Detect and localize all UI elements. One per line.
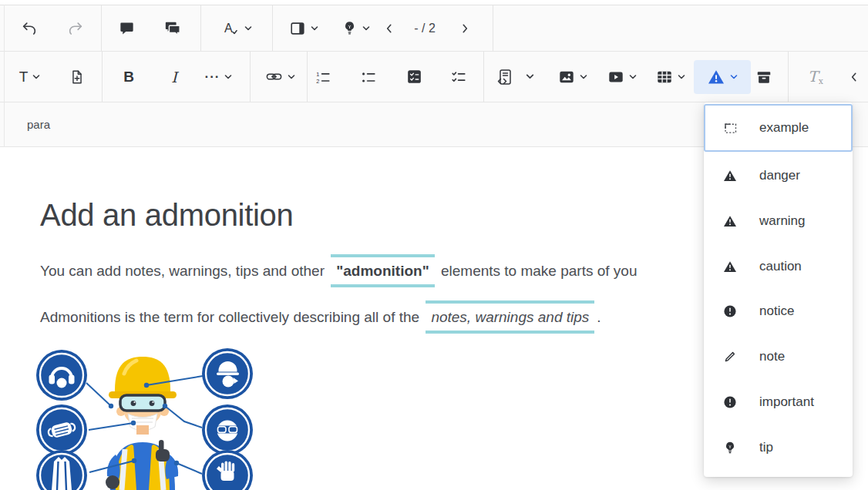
menu-item-danger[interactable]: danger: [704, 153, 853, 198]
toolbar-divider: [307, 52, 308, 102]
ordered-list-button[interactable]: 12: [310, 60, 336, 94]
face-mask-badge: [36, 404, 87, 455]
menu-item-example[interactable]: example: [704, 104, 853, 152]
document-image-safety-worker[interactable]: [31, 347, 254, 490]
page-next-button[interactable]: [453, 12, 476, 45]
redo-button[interactable]: [62, 12, 89, 45]
menu-item-notice[interactable]: notice: [704, 289, 853, 334]
bold-icon: B: [123, 69, 134, 86]
italic-button[interactable]: I: [161, 60, 187, 94]
inline-element-highlight[interactable]: "admonition": [331, 254, 434, 287]
component-button[interactable]: [751, 60, 777, 94]
hard-hat-badge: [202, 348, 253, 399]
menu-item-warning[interactable]: warning: [704, 199, 853, 243]
chevron-down-icon: [32, 72, 41, 82]
toolbar-divider: [493, 5, 493, 51]
chevron-down-icon: [362, 24, 371, 33]
menu-item-label: important: [759, 394, 814, 410]
toolbar-divider: [250, 52, 251, 102]
menu-item-label: caution: [759, 259, 802, 274]
insert-element-button[interactable]: [64, 60, 90, 94]
menu-item-label: note: [759, 349, 785, 364]
safety-goggles-badge: [202, 404, 253, 455]
side-panel-button[interactable]: [283, 12, 325, 45]
collapse-toolbar-icon: [849, 72, 860, 82]
paragraph-2[interactable]: Admonitions is the term for collectively…: [40, 300, 601, 334]
chevron-down-icon: [525, 72, 535, 82]
menu-item-label: danger: [759, 168, 800, 183]
admonition-button[interactable]: [694, 60, 751, 94]
text-style-button[interactable]: T: [9, 60, 51, 94]
bullet-list-icon: [360, 69, 377, 86]
menu-item-label: tip: [759, 440, 773, 455]
text-style-icon: T: [19, 69, 29, 86]
table-icon: [656, 69, 673, 86]
comment-icon: [119, 20, 135, 36]
chevron-left-icon: [384, 23, 395, 34]
top-toolbar: A - / 2: [0, 5, 868, 52]
bold-button[interactable]: B: [116, 60, 142, 94]
component-box-icon: [755, 69, 772, 86]
review-changes-button[interactable]: A: [213, 12, 261, 45]
exclamation-circle-icon: [723, 304, 737, 318]
paragraph-2-text-after: .: [597, 309, 601, 325]
example-frame-icon: [723, 121, 737, 135]
ordered-list-icon: 12: [315, 69, 331, 86]
toolbar-divider: [101, 5, 102, 51]
menu-item-label: example: [759, 120, 809, 136]
insert-image-button[interactable]: [552, 60, 594, 94]
image-icon: [558, 69, 575, 86]
more-formatting-button[interactable]: ···: [197, 60, 241, 94]
admonition-triangle-icon: [707, 68, 725, 86]
exclamation-circle-icon: [723, 395, 737, 409]
breadcrumb[interactable]: para: [27, 118, 50, 131]
menu-item-note[interactable]: note: [704, 334, 853, 379]
insert-table-button[interactable]: [651, 60, 691, 94]
task-list-icon: [450, 69, 467, 86]
lightbulb-icon: [723, 441, 737, 455]
menu-item-tip[interactable]: tip: [704, 425, 853, 470]
menu-item-label: notice: [759, 304, 794, 319]
paragraph-1-text-after: elements to make parts of you: [437, 263, 638, 279]
bullet-list-button[interactable]: [355, 60, 382, 94]
undo-icon: [21, 20, 38, 37]
code-block-icon: [496, 68, 514, 86]
ear-protection-badge: [36, 350, 87, 401]
menu-item-caution[interactable]: caution: [704, 244, 853, 289]
insert-video-button[interactable]: [601, 60, 643, 94]
clear-formatting-button[interactable]: Tx: [800, 60, 831, 94]
task-list-button[interactable]: [446, 60, 472, 94]
undo-button[interactable]: [16, 12, 42, 45]
collapse-toolbar-button[interactable]: [843, 60, 866, 94]
chevron-right-icon: [459, 23, 470, 34]
format-toolbar: T B I ···: [0, 52, 868, 102]
video-icon: [607, 69, 624, 86]
page-title[interactable]: Add an admonition: [40, 198, 293, 233]
checklist-icon: [406, 69, 422, 85]
inline-element-highlight[interactable]: notes, warnings and tips: [426, 300, 594, 334]
svg-text:1: 1: [316, 70, 319, 77]
redo-icon: [67, 20, 84, 37]
toolbar-divider: [272, 5, 273, 51]
page-prev-button[interactable]: [378, 12, 401, 45]
svg-text:A: A: [224, 22, 233, 35]
checklist-button[interactable]: [401, 60, 427, 94]
clear-formatting-icon: Tx: [808, 68, 823, 86]
menu-item-important[interactable]: important: [704, 380, 853, 425]
side-panel-icon: [289, 20, 306, 37]
toolbar-divider: [200, 5, 201, 51]
worker-figure: [106, 357, 178, 490]
comment-button[interactable]: [113, 12, 140, 45]
toolbar-divider: [102, 52, 103, 102]
svg-text:2: 2: [316, 77, 319, 84]
paragraph-1[interactable]: You can add notes, warnings, tips and ot…: [40, 254, 637, 287]
chevron-down-icon: [579, 72, 588, 82]
code-block-button[interactable]: [491, 60, 539, 94]
link-button[interactable]: [261, 60, 301, 94]
hints-button[interactable]: [335, 12, 377, 45]
comments-panel-button[interactable]: [160, 12, 186, 45]
chevron-down-icon: [224, 72, 233, 82]
paragraph-2-text: Admonitions is the term for collectively…: [40, 309, 423, 325]
insert-element-icon: [69, 69, 86, 86]
italic-icon: I: [171, 69, 177, 86]
